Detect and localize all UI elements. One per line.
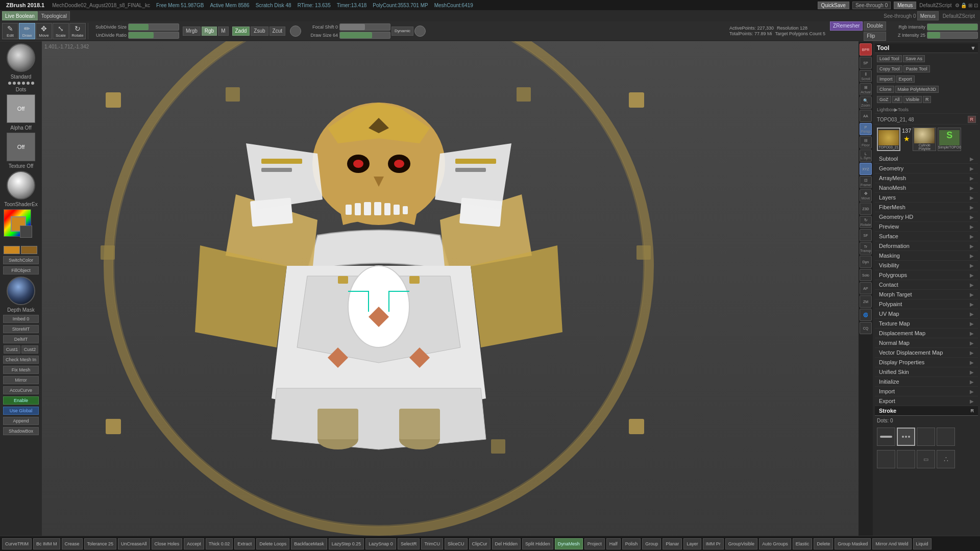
mrgb-btn[interactable]: Mrgb — [183, 27, 201, 36]
split-hidden-btn[interactable]: Split Hidden — [522, 538, 553, 549]
initialize-item[interactable]: Initialize ▶ — [875, 377, 978, 387]
uv-map-item[interactable]: UV Map ▶ — [875, 309, 978, 319]
imm-pr-btn[interactable]: IMM Pr — [703, 538, 724, 549]
normal-map-item[interactable]: Normal Map ▶ — [875, 338, 978, 348]
save-as-btn[interactable]: Save As — [903, 55, 925, 62]
delete-btn[interactable]: Delete — [814, 538, 833, 549]
sewfill-btn[interactable]: SF — [860, 229, 872, 241]
lazy-step-btn[interactable]: LazyStep 0.25 — [329, 538, 364, 549]
use-global-btn[interactable]: Use Global — [3, 407, 39, 415]
cust1-btn[interactable]: Cust1 — [4, 345, 20, 354]
shadow-box-btn[interactable]: ShadowBox — [3, 427, 39, 435]
displacement-map-item[interactable]: Displacement Map ▶ — [875, 329, 978, 338]
cust2-btn[interactable]: Cust2 — [21, 345, 38, 354]
move-btn[interactable]: ✥ Move — [36, 23, 52, 39]
spix-btn[interactable]: SP — [860, 57, 872, 69]
dyna-mesh-btn[interactable]: DynaMesh — [555, 538, 583, 549]
z-intensity-slider[interactable] — [927, 32, 978, 39]
del-mt-btn[interactable]: DelMT — [3, 335, 39, 343]
frame-btn[interactable]: ⊡ Frame — [860, 176, 872, 188]
scroll-btn[interactable]: ⇕ Scroll — [860, 70, 872, 82]
draw-btn[interactable]: ✏ Draw — [19, 23, 35, 39]
zoom3d-btn[interactable]: Z3D — [860, 203, 872, 215]
load-tool-btn[interactable]: Load Tool — [877, 55, 902, 62]
make-polymesh-btn[interactable]: Make PolyMesh3D — [895, 86, 939, 93]
all-btn[interactable]: All — [892, 96, 902, 103]
fiber-mesh-item[interactable]: FiberMesh ▶ — [875, 203, 978, 212]
transp-btn[interactable]: Tr Transp — [860, 242, 872, 255]
brush-preview[interactable] — [7, 43, 35, 72]
polygroups-item[interactable]: Polygroups ▶ — [875, 270, 978, 280]
lightbox-area[interactable]: Lightbox▶Tools — [877, 107, 909, 112]
topo-thumb[interactable]: TOPO03_21 — [877, 128, 900, 151]
uncrease-btn[interactable]: UnCreaseAll — [118, 538, 150, 549]
project-btn[interactable]: Project — [584, 538, 605, 549]
auto-groups-btn[interactable]: Auto Groups — [759, 538, 791, 549]
actual-btn[interactable]: ⊞ Actual — [860, 83, 872, 95]
select-r-btn[interactable]: SelectR — [398, 538, 420, 549]
menus-button[interactable]: Menus — [894, 2, 916, 9]
liquid-btn[interactable]: Liquid — [913, 538, 932, 549]
switch-color-btn[interactable]: SwitchColor — [3, 256, 39, 264]
zoom-btn[interactable]: 🔍 Zoom — [860, 96, 872, 109]
focal-shift-slider[interactable] — [339, 23, 390, 31]
aahalf-btn[interactable]: AA — [860, 110, 872, 122]
floor-btn[interactable]: ⊟ Floor — [860, 136, 872, 148]
menus-btn2[interactable]: Menus — [917, 11, 939, 20]
main-canvas[interactable]: 1.401,-1.712,-1.342 — [42, 41, 859, 536]
polypaint-item[interactable]: Polypaint ▶ — [875, 299, 978, 309]
rgb-btn[interactable]: Rgb — [202, 27, 217, 36]
accept-btn[interactable]: Accept — [184, 538, 204, 549]
see-through[interactable]: See-through 0 — [852, 2, 891, 9]
clone-btn[interactable]: Clone — [877, 86, 894, 93]
goz-btn[interactable]: GoZ — [877, 96, 891, 103]
stroke-thumb-3[interactable] — [917, 428, 935, 446]
thick-btn[interactable]: Thick 0.02 — [206, 538, 233, 549]
dynamic-icon-btn[interactable]: Dyn — [860, 256, 872, 268]
clipcur-btn[interactable]: ClipCur — [469, 538, 491, 549]
bc-imm-btn[interactable]: Bc IMM M — [33, 538, 60, 549]
polish-btn[interactable]: Polish — [622, 538, 641, 549]
stroke-section-header[interactable]: Stroke R — [875, 406, 978, 416]
lsym-btn[interactable]: L L.Sym — [860, 149, 872, 162]
imbed-btn[interactable]: Imbed 0 — [3, 315, 39, 323]
copy-tool-btn[interactable]: Copy Tool — [877, 65, 902, 72]
extract-btn[interactable]: Extract — [234, 538, 255, 549]
flip-btn[interactable]: Flip — [864, 32, 886, 41]
group-masked-btn[interactable]: Group Masked — [835, 538, 871, 549]
del-hidden-btn[interactable]: Del Hidden — [492, 538, 521, 549]
elastic-btn[interactable]: Elastic — [793, 538, 813, 549]
drag-rect-thumb[interactable]: ▭ — [917, 450, 935, 468]
curve-trim-btn[interactable]: CurveTRIM — [2, 538, 32, 549]
morph-target-item[interactable]: Morph Target ▶ — [875, 290, 978, 299]
swatch-main[interactable] — [4, 246, 20, 254]
slicecu-btn[interactable]: SliceCU — [445, 538, 468, 549]
subtool-item[interactable]: Subtool ▶ — [875, 154, 978, 164]
zadd-btn[interactable]: Zadd — [232, 27, 250, 36]
fill-object-btn[interactable]: FillObject — [3, 266, 39, 274]
planar-btn[interactable]: Planar — [663, 538, 682, 549]
viewport[interactable]: 1.401,-1.712,-1.342 — [42, 41, 859, 536]
dynamic-btn[interactable]: Dynamic — [391, 27, 413, 36]
panel-items-scroll[interactable]: Subtool ▶ Geometry ▶ ArrayMesh ▶ NanoMes… — [875, 154, 978, 534]
topological-btn[interactable]: Topological — [38, 11, 70, 20]
group-btn[interactable]: Group — [642, 538, 661, 549]
tolerance-btn[interactable]: Tolerance 25 — [84, 538, 117, 549]
undivide-slider[interactable] — [128, 32, 179, 39]
swatch-alt[interactable] — [21, 246, 37, 254]
nano-mesh-item[interactable]: NanoMesh ▶ — [875, 183, 978, 193]
group-visible-btn[interactable]: GroupVisible — [725, 538, 757, 549]
geometry-hd-item[interactable]: Geometry HD ▶ — [875, 212, 978, 222]
zsub-btn[interactable]: Zsub — [251, 27, 268, 36]
bpr-btn[interactable]: BPR — [860, 43, 872, 56]
enable-btn[interactable]: Enable — [3, 396, 39, 405]
rotate-icon-btn[interactable]: ↻ Rotate — [860, 216, 872, 228]
apose-btn[interactable]: AP — [860, 282, 872, 294]
zcut-btn[interactable]: Zcut — [270, 27, 285, 36]
import-btn[interactable]: Import — [877, 76, 895, 83]
vector-displacement-item[interactable]: Vector Displacement Map ▶ — [875, 348, 978, 358]
scale-btn[interactable]: ⤡ Scale — [53, 23, 69, 39]
preview-item[interactable]: Preview ▶ — [875, 222, 978, 232]
draw-size-slider[interactable] — [339, 32, 390, 39]
rotate-btn[interactable]: ↻ Rotate — [69, 23, 86, 39]
